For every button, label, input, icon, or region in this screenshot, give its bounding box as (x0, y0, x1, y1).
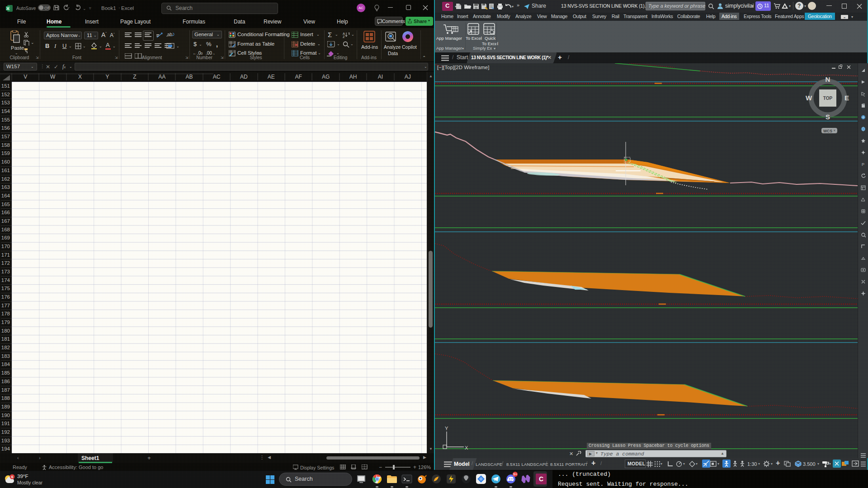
svg-text:Z: Z (343, 35, 345, 38)
svg-text:Y: Y (445, 426, 448, 431)
svg-text:E: E (844, 94, 849, 102)
svg-text:X: X (465, 445, 468, 450)
svg-text:C: C (539, 475, 543, 483)
svg-text:TOP: TOP (823, 96, 833, 101)
svg-text:W: W (806, 94, 812, 102)
svg-text:N: N (826, 75, 830, 83)
svg-text:X: X (6, 6, 9, 11)
svg-text:S: S (826, 113, 830, 121)
svg-text:P: P (862, 162, 864, 167)
